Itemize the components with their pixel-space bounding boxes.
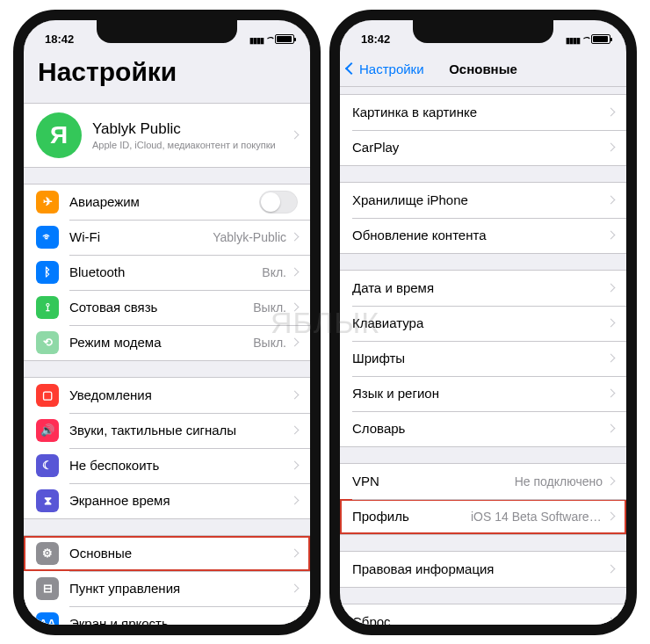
hotspot-icon: ⟲ xyxy=(36,331,59,354)
settings-row-Wi-Fi[interactable]: ᯤWi-FiYablyk-Public xyxy=(24,220,310,255)
chevron-right-icon xyxy=(607,477,616,486)
settings-row-Пункт управления[interactable]: ⊟Пункт управления xyxy=(24,571,310,606)
nav-title: Основные xyxy=(449,62,517,76)
settings-row-Правовая информация[interactable]: Правовая информация xyxy=(340,552,626,587)
settings-row-CarPlay[interactable]: CarPlay xyxy=(340,130,626,165)
battery-icon xyxy=(275,34,294,44)
chevron-right-icon xyxy=(607,196,616,205)
settings-row-Клавиатура[interactable]: Клавиатура xyxy=(340,306,626,341)
chevron-right-icon xyxy=(607,389,616,398)
wifi-status-icon xyxy=(267,33,271,46)
chevron-right-icon xyxy=(291,619,300,625)
dnd-icon: ☾ xyxy=(36,454,59,477)
settings-row-Не беспокоить[interactable]: ☾Не беспокоить xyxy=(24,448,310,483)
settings-row-Уведомления[interactable]: ▢Уведомления xyxy=(24,378,310,413)
settings-row-Сотовая связь[interactable]: ⟟Сотовая связьВыкл. xyxy=(24,290,310,325)
row-label: Профиль xyxy=(352,509,471,524)
row-label: Экранное время xyxy=(69,493,292,508)
row-detail: Выкл. xyxy=(253,336,286,350)
back-label: Настройки xyxy=(359,62,424,76)
row-label: Клавиатура xyxy=(352,315,608,330)
chevron-right-icon xyxy=(607,424,616,433)
status-time: 18:42 xyxy=(45,33,74,46)
status-time: 18:42 xyxy=(361,33,390,46)
notch xyxy=(97,20,237,43)
row-detail: Yablyk-Public xyxy=(213,230,286,244)
battery-icon xyxy=(591,34,610,44)
chevron-right-icon xyxy=(607,231,616,240)
back-button[interactable]: Настройки xyxy=(347,62,424,76)
settings-scroll[interactable]: Настройки Я Yablyk Public Apple ID, iClo… xyxy=(24,52,310,625)
wifi-status-icon xyxy=(583,33,588,46)
row-label: Правовая информация xyxy=(352,561,608,576)
settings-row-Профиль[interactable]: ПрофильiOS 14 Beta Software Profile xyxy=(340,499,626,534)
notifications-icon: ▢ xyxy=(36,384,59,407)
chevron-right-icon xyxy=(291,338,300,347)
row-detail: iOS 14 Beta Software Profile xyxy=(471,510,603,524)
chevron-right-icon xyxy=(291,303,300,312)
row-label: Не беспокоить xyxy=(69,458,292,473)
row-label: Пункт управления xyxy=(69,581,292,596)
apple-id-row[interactable]: Я Yablyk Public Apple ID, iCloud, медиак… xyxy=(24,103,310,168)
general-scroll[interactable]: Картинка в картинкеCarPlay Хранилище iPh… xyxy=(340,87,626,625)
profile-name: Yablyk Public xyxy=(92,120,292,138)
chevron-right-icon xyxy=(291,496,300,505)
navbar: Настройки Основные xyxy=(340,52,626,87)
row-label: CarPlay xyxy=(352,140,608,155)
row-label: Словарь xyxy=(352,421,608,436)
settings-row-Язык и регион[interactable]: Язык и регион xyxy=(340,376,626,411)
settings-row-Авиарежим[interactable]: ✈Авиарежим xyxy=(24,185,310,220)
sounds-icon: 🔊 xyxy=(36,419,59,442)
chevron-right-icon xyxy=(291,584,300,593)
airplane-icon: ✈ xyxy=(36,191,59,213)
controlcenter-icon: ⊟ xyxy=(36,577,59,600)
row-label: Bluetooth xyxy=(69,264,262,279)
phone-right: 18:42 Настройки Основные Картинка в карт… xyxy=(329,10,637,635)
row-label: Экран и яркость xyxy=(69,616,292,625)
chevron-right-icon xyxy=(291,461,300,470)
row-label: Звуки, тактильные сигналы xyxy=(69,423,292,438)
chevron-right-icon xyxy=(291,426,300,435)
notch xyxy=(413,20,553,43)
chevron-right-icon xyxy=(607,565,616,574)
row-detail: Вкл. xyxy=(262,265,286,279)
settings-row-Словарь[interactable]: Словарь xyxy=(340,411,626,446)
chevron-right-icon xyxy=(291,391,300,400)
chevron-right-icon xyxy=(607,618,616,625)
chevron-right-icon xyxy=(607,284,616,293)
bluetooth-icon: ᛒ xyxy=(36,261,59,284)
settings-row-VPN[interactable]: VPNНе подключено xyxy=(340,464,626,499)
settings-row-Bluetooth[interactable]: ᛒBluetoothВкл. xyxy=(24,255,310,290)
row-label: Режим модема xyxy=(69,335,253,350)
signal-icon xyxy=(566,33,580,46)
chevron-right-icon xyxy=(607,319,616,328)
settings-row-Дата и время[interactable]: Дата и время xyxy=(340,271,626,306)
settings-row-Сброс[interactable]: Сброс xyxy=(340,604,626,625)
chevron-right-icon xyxy=(607,354,616,363)
row-detail: Не подключено xyxy=(515,474,603,488)
row-label: Хранилище iPhone xyxy=(352,192,608,207)
row-label: Сотовая связь xyxy=(69,300,253,315)
general-icon: ⚙ xyxy=(36,542,59,565)
avatar: Я xyxy=(36,112,82,158)
settings-row-Шрифты[interactable]: Шрифты xyxy=(340,341,626,376)
toggle[interactable] xyxy=(259,191,298,213)
row-label: Сброс xyxy=(352,614,608,625)
chevron-right-icon xyxy=(607,512,616,521)
chevron-left-icon xyxy=(345,62,358,75)
settings-row-Звуки, тактильные сигналы[interactable]: 🔊Звуки, тактильные сигналы xyxy=(24,413,310,448)
settings-row-Основные[interactable]: ⚙Основные xyxy=(24,536,310,571)
chevron-right-icon xyxy=(291,268,300,277)
row-label: Уведомления xyxy=(69,387,292,402)
profile-sub: Apple ID, iCloud, медиаконтент и покупки xyxy=(92,140,292,150)
wifi-icon: ᯤ xyxy=(36,226,59,249)
settings-row-Картинка в картинке[interactable]: Картинка в картинке xyxy=(340,95,626,130)
chevron-right-icon xyxy=(291,549,300,558)
settings-row-Обновление контента[interactable]: Обновление контента xyxy=(340,218,626,253)
chevron-right-icon xyxy=(607,108,616,117)
settings-row-Экранное время[interactable]: ⧗Экранное время xyxy=(24,483,310,518)
settings-row-Хранилище iPhone[interactable]: Хранилище iPhone xyxy=(340,183,626,218)
settings-row-Режим модема[interactable]: ⟲Режим модемаВыкл. xyxy=(24,325,310,360)
settings-row-Экран и яркость[interactable]: AAЭкран и яркость xyxy=(24,606,310,625)
row-label: Шрифты xyxy=(352,351,608,365)
